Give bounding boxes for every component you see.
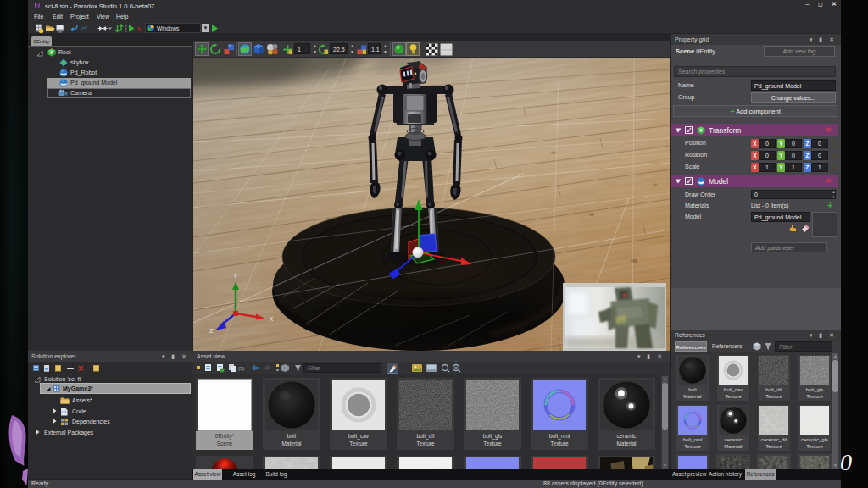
svg-text:Z: Z	[209, 327, 214, 335]
svg-text:0: 0	[840, 449, 852, 475]
svg-text:X: X	[269, 315, 274, 323]
svg-text:Y: Y	[233, 272, 238, 280]
svg-text:(3): (3)	[238, 366, 244, 371]
